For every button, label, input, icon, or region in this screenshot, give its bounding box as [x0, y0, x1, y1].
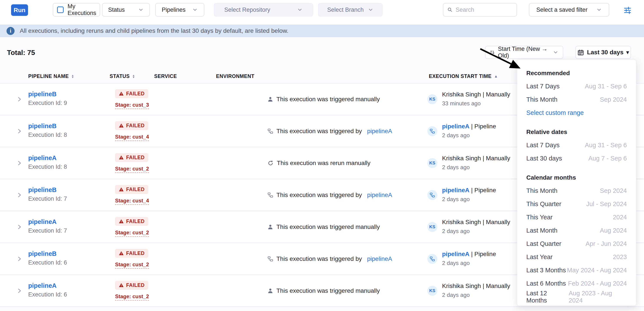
- started-by: Krishika Singh | Manually: [442, 91, 510, 98]
- starter-pipeline-link[interactable]: pipelineA: [442, 250, 470, 257]
- column-header-pipeline-name[interactable]: PIPELINE NAME ▲▼: [28, 74, 74, 79]
- my-executions-checkbox[interactable]: My Executions: [53, 3, 100, 16]
- expand-chevron-icon[interactable]: [16, 128, 22, 134]
- trigger-text: This execution was triggered by: [276, 128, 362, 135]
- expand-chevron-icon[interactable]: [16, 160, 22, 166]
- start-time-relative: 2 days ago: [442, 228, 470, 234]
- trigger-info: This execution was triggered bypipelineA: [268, 128, 392, 135]
- pipeline-name-link[interactable]: pipelineA: [28, 282, 57, 289]
- avatar: KS: [427, 222, 437, 232]
- status-badge: FAILED: [115, 121, 148, 130]
- started-by: Krishika Singh | Manually: [442, 282, 510, 290]
- date-range-button[interactable]: Last 30 days ▾: [576, 46, 631, 59]
- column-header-service: SERVICE: [154, 74, 177, 79]
- trigger-info: This execution was rerun manually: [268, 160, 376, 166]
- section-title-calendar-months: Calendar months: [526, 171, 627, 184]
- status-badge: FAILED: [115, 185, 148, 194]
- failed-stage-link[interactable]: Stage: cust_4: [115, 134, 149, 141]
- pipeline-name-link[interactable]: pipelineB: [28, 90, 57, 98]
- menu-item-last-year[interactable]: Last Year 2023: [526, 250, 627, 264]
- menu-item-last-quarter[interactable]: Last Quarter Apr - Jun 2024: [526, 237, 627, 250]
- search-box[interactable]: [443, 3, 517, 16]
- menu-item-last-7-days[interactable]: Last 7 Days Aug 31 - Sep 6: [526, 80, 627, 93]
- trigger-text: This execution was triggered manually: [276, 224, 380, 230]
- status-badge: FAILED: [115, 89, 148, 98]
- expand-chevron-icon[interactable]: [16, 288, 22, 294]
- chevron-down-icon: [368, 7, 374, 12]
- menu-item-last-30-days[interactable]: Last 30 days Aug 7 - Sep 6: [526, 152, 627, 165]
- menu-item-this-month[interactable]: This Month Sep 2024: [526, 93, 627, 106]
- avatar: [427, 126, 437, 136]
- sort-icon: [490, 49, 495, 56]
- select-repository-dropdown[interactable]: Select Repository: [214, 3, 313, 16]
- sort-dropdown[interactable]: Start Time (New → Old): [485, 46, 563, 59]
- menu-item-last-6-months[interactable]: Last 6 Months Feb 2024 - Aug 2024: [526, 277, 627, 290]
- column-header-execution-start-time[interactable]: EXECUTION START TIME ▲: [429, 74, 498, 79]
- menu-item-last-12-months[interactable]: Last 12 Months Aug 2023 - Aug 2024: [526, 290, 627, 304]
- my-executions-label: My Executions: [68, 3, 96, 16]
- failed-stage-link[interactable]: Stage: cust_2: [115, 294, 149, 300]
- pipeline-name-link[interactable]: pipelineB: [28, 186, 57, 194]
- pipeline-name-link[interactable]: pipelineA: [28, 218, 57, 226]
- started-by: pipelineA | Pipeline: [442, 123, 496, 130]
- failed-stage-link[interactable]: Stage: cust_3: [115, 102, 149, 109]
- chevron-down-icon: [192, 7, 198, 12]
- menu-item-select-custom-range[interactable]: Select custom range: [526, 106, 627, 120]
- status-badge: FAILED: [115, 217, 148, 226]
- search-input[interactable]: [456, 6, 513, 13]
- trigger-info: This execution was triggered bypipelineA: [268, 256, 392, 262]
- trigger-pipeline-link[interactable]: pipelineA: [367, 256, 392, 262]
- sort-dual-icon[interactable]: ▲▼: [132, 74, 135, 78]
- pipeline-name-link[interactable]: pipelineA: [28, 154, 57, 162]
- menu-item-this-year[interactable]: This Year 2024: [526, 211, 627, 224]
- expand-chevron-icon[interactable]: [16, 224, 22, 230]
- trigger-text: This execution was triggered by: [276, 192, 362, 198]
- menu-item-this-month[interactable]: This Month Sep 2024: [526, 184, 627, 198]
- saved-filter-label: Select a saved filter: [536, 6, 588, 13]
- saved-filter-dropdown[interactable]: Select a saved filter: [529, 3, 609, 16]
- trigger-pipeline-link[interactable]: pipelineA: [367, 192, 392, 198]
- status-filter-label: Status: [108, 6, 125, 13]
- avatar: KS: [427, 286, 437, 296]
- pipeline-avatar-icon: [430, 128, 435, 134]
- starter-pipeline-link[interactable]: pipelineA: [442, 123, 470, 130]
- filter-settings-button[interactable]: [622, 4, 633, 16]
- avatar: [427, 190, 437, 200]
- failed-stage-link[interactable]: Stage: cust_2: [115, 230, 149, 237]
- select-repository-label: Select Repository: [224, 6, 270, 13]
- expand-chevron-icon[interactable]: [16, 256, 22, 262]
- menu-item-this-quarter[interactable]: This Quarter Jul - Sep 2024: [526, 198, 627, 211]
- start-time-relative: 2 days ago: [442, 292, 470, 298]
- status-badge: FAILED: [115, 249, 148, 258]
- pipeline-name-link[interactable]: pipelineB: [28, 122, 57, 130]
- sort-dual-icon[interactable]: ▲▼: [72, 74, 74, 78]
- pipelines-filter-dropdown[interactable]: Pipelines: [155, 3, 204, 16]
- menu-item-last-3-months[interactable]: Last 3 Months May 2024 - Aug 2024: [526, 264, 627, 277]
- started-by: Krishika Singh | Manually: [442, 155, 510, 162]
- status-filter-dropdown[interactable]: Status: [102, 3, 150, 16]
- failed-stage-link[interactable]: Stage: cust_2: [115, 166, 149, 173]
- info-banner: i All executions, including reruns and c…: [0, 24, 644, 37]
- menu-item-last-7-days[interactable]: Last 7 Days Aug 31 - Sep 6: [526, 138, 627, 152]
- pipelines-filter-label: Pipelines: [162, 6, 186, 13]
- trigger-pipeline-link[interactable]: pipelineA: [367, 128, 392, 135]
- checkbox-icon[interactable]: [57, 6, 64, 13]
- start-time-relative: 2 days ago: [442, 196, 470, 203]
- warning-triangle-icon: [119, 251, 124, 256]
- run-button[interactable]: Run: [11, 4, 28, 16]
- toolbar: Run My Executions Status Pipelines Selec…: [0, 0, 644, 24]
- pipeline-name-link[interactable]: pipelineB: [28, 250, 57, 257]
- start-time-relative: 2 days ago: [442, 132, 470, 139]
- start-time-relative: 2 days ago: [442, 164, 470, 171]
- trigger-info: This execution was triggered bypipelineA: [268, 192, 392, 198]
- select-branch-dropdown[interactable]: Select Branch: [318, 3, 382, 16]
- execution-id: Execution Id: 8: [28, 164, 67, 170]
- expand-chevron-icon[interactable]: [16, 192, 22, 198]
- starter-pipeline-link[interactable]: pipelineA: [442, 187, 470, 194]
- start-time-relative: 33 minutes ago: [442, 100, 481, 107]
- column-header-status[interactable]: STATUS ▲▼: [110, 74, 135, 79]
- expand-chevron-icon[interactable]: [16, 96, 22, 102]
- failed-stage-link[interactable]: Stage: cust_2: [115, 262, 149, 269]
- menu-item-last-month[interactable]: Last Month Aug 2024: [526, 224, 627, 237]
- failed-stage-link[interactable]: Stage: cust_4: [115, 198, 149, 205]
